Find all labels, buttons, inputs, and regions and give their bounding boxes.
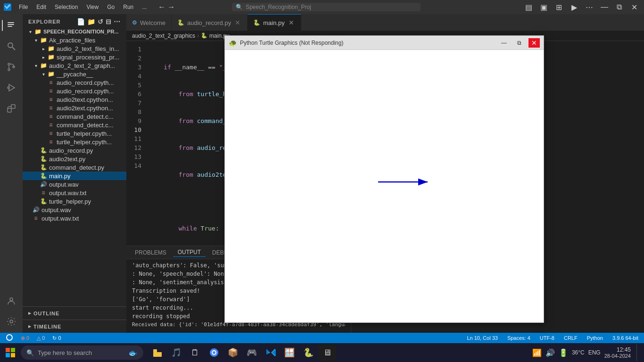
tree-root[interactable]: ▾ 📁 SPEECH_RECOGNITION_PR... bbox=[23, 27, 126, 36]
new-folder-icon[interactable]: 📁 bbox=[87, 18, 96, 25]
activity-explorer[interactable] bbox=[2, 16, 21, 35]
tree-item-cache8[interactable]: ≡ turtle_helper.cpyth... bbox=[23, 138, 126, 146]
layout-panel-icon[interactable]: ▣ bbox=[538, 1, 550, 13]
taskbar-app-store[interactable]: 📦 bbox=[224, 344, 241, 361]
new-file-icon[interactable]: 📄 bbox=[77, 18, 85, 25]
tree-item-output-wav-root[interactable]: 🔊 output.wav bbox=[23, 206, 126, 214]
weather-temp[interactable]: 36°C bbox=[572, 349, 585, 356]
spaces-indicator[interactable]: Spaces: 4 bbox=[505, 335, 532, 341]
tree-item-signal-processing[interactable]: ▸ 📁 signal_processing_pr... bbox=[23, 53, 126, 61]
search-icon: 🔍 bbox=[26, 349, 34, 356]
encoding-indicator[interactable]: UTF-8 bbox=[538, 335, 556, 341]
menu-view[interactable]: View bbox=[83, 3, 102, 11]
taskbar-app-chrome[interactable] bbox=[206, 344, 223, 361]
tree-item-cache7[interactable]: ≡ turtle_helper.cpyth... bbox=[23, 129, 126, 138]
tab-output[interactable]: OUTPUT bbox=[173, 248, 206, 257]
line-ending-indicator[interactable]: CRLF bbox=[562, 335, 579, 341]
menu-go[interactable]: Go bbox=[103, 3, 118, 11]
tree-item-ak-practice[interactable]: ▾ 📁 Ak_practice_files bbox=[23, 36, 126, 44]
sync-count[interactable]: ↻ 0 bbox=[50, 335, 63, 341]
collapse-all-icon[interactable]: ⊟ bbox=[106, 18, 112, 25]
outline-header[interactable]: ▸ OUTLINE bbox=[23, 309, 126, 318]
layout-split-icon[interactable]: ⊞ bbox=[553, 1, 565, 13]
taskbar-search[interactable]: 🔍 Type here to search 🐟 bbox=[21, 346, 143, 360]
activity-source-control[interactable] bbox=[2, 58, 21, 76]
battery-icon[interactable]: 🔋 bbox=[559, 348, 568, 357]
show-desktop-icon[interactable] bbox=[636, 344, 638, 361]
run-button[interactable]: ▶ bbox=[569, 1, 580, 13]
taskbar-app-music[interactable]: 🎵 bbox=[168, 344, 185, 361]
menu-edit[interactable]: Edit bbox=[33, 3, 50, 11]
taskbar-app-notepad[interactable]: 🗒 bbox=[187, 344, 204, 361]
language-indicator[interactable]: Python bbox=[585, 335, 605, 341]
tree-item-turtle-helper-py[interactable]: 🐍 turtle_helper.py bbox=[23, 197, 126, 206]
taskbar-app-windows[interactable]: 🪟 bbox=[281, 344, 298, 361]
tree-item-audio2text-py[interactable]: 🐍 audio2text.py bbox=[23, 155, 126, 163]
tree-item-pycache[interactable]: ▾ 📁 __pycache__ bbox=[23, 70, 126, 78]
tab-problems[interactable]: PROBLEMS bbox=[130, 248, 171, 257]
activity-search[interactable] bbox=[2, 37, 21, 56]
tab-audio-record[interactable]: 🐍 audio_record.py ✕ bbox=[172, 14, 248, 31]
tree-item-output-wav-txt-root[interactable]: ≡ output.wav.txt bbox=[23, 214, 126, 222]
tab-close-icon[interactable]: ✕ bbox=[234, 19, 241, 26]
activity-run-debug[interactable] bbox=[2, 78, 21, 97]
menu-selection[interactable]: Selection bbox=[51, 3, 82, 11]
more-options-icon[interactable]: ⋯ bbox=[584, 1, 595, 13]
tree-item-cache4[interactable]: ≡ audio2text.cpython... bbox=[23, 104, 126, 112]
start-button[interactable] bbox=[2, 344, 19, 361]
taskbar-app-python[interactable]: 🐍 bbox=[300, 344, 317, 361]
line-col-indicator[interactable]: Ln 10, Col 33 bbox=[465, 335, 499, 341]
breadcrumb-folder[interactable]: audio_2_text_2_graphics bbox=[132, 33, 195, 39]
tree-item-command-detect-py[interactable]: 🐍 command_detect.py bbox=[23, 163, 126, 172]
search-bar[interactable]: 🔍 Speech_Recognition_Proj bbox=[232, 3, 421, 11]
tree-item-cache2[interactable]: ≡ audio_record.cpyth... bbox=[23, 87, 126, 95]
turtle-minimize-button[interactable]: — bbox=[498, 38, 510, 48]
tree-item-audio2text2graph[interactable]: ▾ 📁 audio_2_text_2_graph... bbox=[23, 61, 126, 70]
tree-item-cache1[interactable]: ≡ audio_record.cpyth... bbox=[23, 78, 126, 87]
tree-item-audio2text-files[interactable]: ▸ 📁 audio_2_text_files_in... bbox=[23, 44, 126, 53]
more-actions-icon[interactable]: ⋯ bbox=[114, 18, 121, 25]
tree-item-output-wav[interactable]: 🔊 output.wav bbox=[23, 180, 126, 189]
close-button[interactable]: ✕ bbox=[629, 1, 640, 13]
restore-button[interactable]: ⧉ bbox=[614, 1, 625, 13]
tab-main-py[interactable]: 🐍 main.py ✕ bbox=[248, 14, 301, 31]
minimize-button[interactable]: — bbox=[599, 1, 610, 13]
network-icon[interactable]: 📶 bbox=[532, 348, 542, 357]
turtle-close-button[interactable]: ✕ bbox=[528, 38, 540, 48]
taskbar-app-cmd[interactable]: 🖥 bbox=[319, 344, 336, 361]
chevron-right-icon: ▸ bbox=[40, 53, 47, 61]
tree-item-audio-record-py[interactable]: 🐍 audio_record.py bbox=[23, 146, 126, 155]
titlebar: File Edit Selection View Go Run ... ← → … bbox=[0, 0, 644, 14]
tree-item-output-wav-txt[interactable]: ≡ output.wav.txt bbox=[23, 189, 126, 197]
menu-more[interactable]: ... bbox=[138, 3, 150, 11]
clock[interactable]: 12:45 28-04-2024 bbox=[604, 346, 631, 359]
input-lang[interactable]: ENG bbox=[588, 349, 601, 356]
clock-date: 28-04-2024 bbox=[604, 353, 631, 359]
tab-welcome[interactable]: ⚙ Welcome bbox=[126, 14, 172, 31]
activity-account[interactable] bbox=[2, 291, 21, 310]
tree-item-cache6[interactable]: ≡ command_detect.c... bbox=[23, 121, 126, 129]
refresh-icon[interactable]: ↺ bbox=[98, 18, 104, 25]
taskbar-app-game[interactable]: 🎮 bbox=[243, 344, 260, 361]
volume-icon[interactable]: 🔊 bbox=[545, 348, 555, 357]
warning-count[interactable]: △ 0 bbox=[35, 335, 47, 341]
back-button[interactable]: ← bbox=[158, 3, 165, 11]
python-version[interactable]: 3.9.6 64-bit bbox=[611, 335, 640, 341]
tree-item-cache5[interactable]: ≡ command_detect.c... bbox=[23, 112, 126, 121]
activity-settings[interactable] bbox=[2, 312, 21, 331]
taskbar-app-files[interactable] bbox=[149, 344, 166, 361]
activity-extensions[interactable] bbox=[2, 99, 21, 118]
taskbar-app-vscode[interactable] bbox=[262, 344, 279, 361]
remote-icon[interactable] bbox=[4, 334, 15, 342]
tree-item-cache3[interactable]: ≡ audio2text.cpython... bbox=[23, 95, 126, 104]
statusbar-left: ⊗ 0 △ 0 ↻ 0 bbox=[4, 334, 63, 342]
tab-close-icon[interactable]: ✕ bbox=[288, 19, 295, 26]
menu-run[interactable]: Run bbox=[119, 3, 137, 11]
forward-button[interactable]: → bbox=[167, 3, 175, 11]
menu-file[interactable]: File bbox=[15, 3, 32, 11]
error-count[interactable]: ⊗ 0 bbox=[19, 335, 31, 341]
layout-sidebar-icon[interactable]: ▤ bbox=[523, 1, 535, 13]
timeline-header[interactable]: ▸ TIMELINE bbox=[23, 322, 126, 331]
turtle-maximize-button[interactable]: ⧉ bbox=[513, 38, 525, 48]
tree-item-main-py[interactable]: 🐍 main.py bbox=[23, 172, 126, 180]
